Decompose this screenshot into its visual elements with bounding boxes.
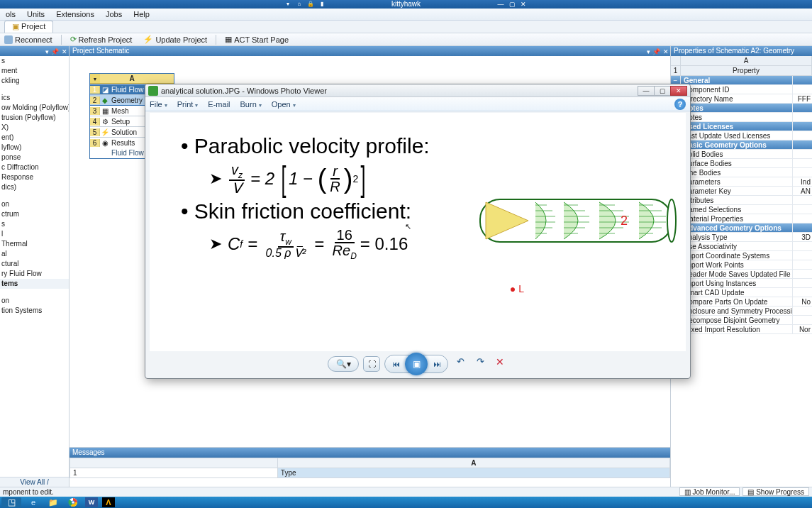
property-row[interactable]: 9ParametersInd [671,177,812,187]
property-value[interactable] [792,196,812,204]
property-value[interactable] [792,76,812,84]
property-row[interactable]: 10Parameter KeyAN [671,187,812,196]
pv-rotate-ccw-button[interactable]: ↶ [452,356,468,372]
toolbox-item[interactable]: l [0,229,69,239]
taskbar-chrome-icon[interactable] [65,497,81,507]
taskbar-ansys-icon[interactable]: Λ [102,497,115,507]
toolbox-item[interactable]: lyflow) [0,143,69,153]
toolbox-item[interactable]: on [0,199,69,209]
property-value[interactable]: Ind [792,177,812,186]
update-project-button[interactable]: ⚡ Update Project [140,35,210,44]
property-row[interactable]: 2Component ID [671,85,812,94]
messages-grid[interactable]: A 1 Type [69,458,670,487]
toolbox-item[interactable]: al [0,249,69,259]
pv-close-button[interactable]: ✕ [670,86,687,96]
photo-viewer-canvas[interactable]: Parabolic velocity profile: ➤ vz V̅ = 2 … [150,113,686,351]
pin-icon[interactable]: ▾ 📌 [647,47,660,57]
pv-menu-email[interactable]: E-mail [208,100,230,109]
pv-minimize-button[interactable]: — [638,86,655,96]
system-column-dropdown[interactable] [90,74,100,83]
property-value[interactable] [792,260,812,269]
property-value[interactable] [792,307,812,315]
property-row[interactable]: 5Last Update Used Licenses [671,131,812,140]
property-row[interactable]: 18Reader Mode Saves Updated File [671,270,812,279]
property-row[interactable]: 23Decompose Disjoint Geometry [671,316,812,325]
property-section-header[interactable]: −Used Licenses [671,122,812,131]
taskbar-ie-icon[interactable]: e [26,497,41,507]
toolbox-item[interactable]: s [0,219,69,229]
toolbox-view-all-link[interactable]: View All / Customize... [0,477,69,487]
toolbox-item[interactable]: ent) [0,133,69,143]
property-value[interactable] [792,122,812,131]
property-row[interactable]: 20Smart CAD Update [671,288,812,297]
refresh-project-button[interactable]: ⟳ Refresh Project [67,35,135,44]
pin-icon[interactable]: ▾ 📌 [45,47,59,57]
menu-units[interactable]: Units [21,9,50,21]
property-value[interactable] [792,316,812,324]
toolbox-item[interactable]: Thermal [0,239,69,249]
windows-taskbar[interactable]: ◳ e 📁 W Λ [0,497,812,508]
show-progress-button[interactable]: ▤ Show Progress [743,487,809,496]
menu-tools[interactable]: ols [0,9,21,21]
reconnect-button[interactable]: Reconnect [1,35,55,44]
toolbox-item[interactable]: ics [0,93,69,103]
taskbar-word-icon[interactable]: W [85,497,98,507]
property-row[interactable]: 16Import Coordinate Systems [671,251,812,260]
toolbox-list[interactable]: s ment ckling ics ow Molding (Polyflow) … [0,56,69,477]
property-value[interactable] [792,270,812,278]
job-monitor-button[interactable]: ▥ Job Monitor... [679,487,740,496]
toolbox-item[interactable]: ckling [0,76,69,86]
menu-extensions[interactable]: Extensions [50,9,100,21]
pv-prev-button[interactable]: ⏮ [388,360,404,368]
property-row[interactable]: 21Compare Parts On UpdateNo [671,297,812,307]
toolbox-item[interactable]: ow Molding (Polyflow) [0,103,69,113]
titlebar-chart-icon[interactable]: ▮ [318,0,326,7]
property-row[interactable]: 15Use Associativity [671,242,812,251]
messages-row-type[interactable]: Type [277,468,669,478]
property-row[interactable]: 13Material Properties [671,214,812,223]
close-panel-icon[interactable]: ✕ [663,47,669,57]
property-row[interactable]: 6Solid Bodies [671,150,812,159]
toolbox-group-header[interactable]: tems [0,279,69,289]
pv-zoom-button[interactable]: 🔍▾ [328,356,359,372]
property-row[interactable]: 14Analysis Type3D [671,233,812,242]
property-row[interactable]: 22Enclosure and Symmetry Processing [671,307,812,316]
property-row[interactable]: 19Import Using Instances [671,279,812,288]
pv-help-button[interactable]: ? [674,99,686,110]
property-value[interactable]: AN [792,187,812,195]
property-value[interactable] [792,242,812,250]
property-value[interactable] [792,214,812,223]
property-value[interactable] [792,205,812,214]
properties-body[interactable]: −General2Component ID3Directory NameFFF−… [671,76,812,487]
toolbox-item[interactable]: ponse [0,153,69,162]
property-value[interactable] [792,85,812,94]
property-row[interactable]: 12Named Selections [671,205,812,214]
toolbox-item[interactable]: ment [0,66,69,76]
pv-menu-file[interactable]: File [150,100,167,109]
property-section-header[interactable]: −Notes [671,104,812,113]
property-value[interactable] [792,223,812,232]
pv-maximize-button[interactable]: ▢ [654,86,671,96]
property-value[interactable] [792,288,812,297]
minimize-button[interactable]: — [496,0,506,7]
property-row[interactable]: 4Notes [671,113,812,122]
pv-rotate-cw-button[interactable]: ↷ [472,356,488,372]
property-section-header[interactable]: −Advanced Geometry Options [671,223,812,233]
property-value[interactable] [792,113,812,121]
titlebar-dropdown-icon[interactable]: ▾ [284,0,292,7]
property-value[interactable] [792,131,812,140]
toolbox-item[interactable]: X) [0,123,69,133]
photo-viewer-window[interactable]: analytical solution.JPG - Windows Photo … [145,84,691,379]
close-button[interactable]: ✕ [518,0,528,7]
act-start-page-button[interactable]: ▦ ACT Start Page [222,35,291,44]
toolbox-item[interactable]: trusion (Polyflow) [0,113,69,123]
property-value[interactable] [792,140,812,149]
pv-next-button[interactable]: ⏭ [429,360,445,368]
toolbox-item[interactable]: on [0,296,69,306]
taskbar-explorer-icon[interactable]: 📁 [45,497,61,507]
property-value[interactable] [792,279,812,287]
pv-menu-burn[interactable]: Burn [240,100,262,109]
property-value[interactable] [792,159,812,167]
pv-menu-open[interactable]: Open [272,100,296,109]
toolbox-item[interactable]: dics) [0,182,69,192]
